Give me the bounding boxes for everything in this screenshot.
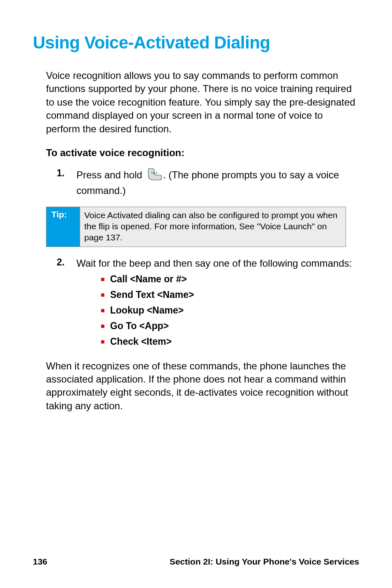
talk-key-icon: TALK bbox=[146, 168, 162, 184]
page-number: 136 bbox=[33, 557, 47, 567]
closing-paragraph: When it recognizes one of these commands… bbox=[46, 360, 359, 413]
step-2: 2. Wait for the beep and then say one of… bbox=[57, 257, 359, 350]
intro-paragraph: Voice recognition allows you to say comm… bbox=[46, 69, 359, 136]
step-1-text-before: Press and hold bbox=[76, 169, 145, 180]
command-item: Call <Name or #> bbox=[101, 272, 352, 287]
step-1-number: 1. bbox=[57, 168, 76, 198]
tip-label: Tip: bbox=[46, 207, 80, 247]
step-2-text: Wait for the beep and then say one of th… bbox=[76, 258, 352, 269]
command-item: Send Text <Name> bbox=[101, 287, 352, 303]
step-1-body: Press and hold TALK . (The phone prompts… bbox=[76, 168, 359, 198]
page-footer: 136 Section 2I: Using Your Phone's Voice… bbox=[33, 557, 359, 567]
page-title: Using Voice-Activated Dialing bbox=[33, 33, 359, 53]
command-item: Check <Item> bbox=[101, 334, 352, 350]
command-item: Go To <App> bbox=[101, 318, 352, 334]
step-2-body: Wait for the beep and then say one of th… bbox=[76, 257, 352, 350]
command-list: Call <Name or #> Send Text <Name> Lookup… bbox=[101, 272, 352, 350]
section-label: Section 2I: Using Your Phone's Voice Ser… bbox=[170, 557, 359, 567]
step-1: 1. Press and hold TALK . (The phone prom… bbox=[57, 168, 359, 198]
svg-text:TALK: TALK bbox=[151, 172, 158, 174]
tip-box: Tip: Voice Activated dialing can also be… bbox=[46, 207, 346, 247]
activate-subhead: To activate voice recognition: bbox=[46, 147, 359, 159]
step-2-number: 2. bbox=[57, 257, 76, 350]
tip-text: Voice Activated dialing can also be conf… bbox=[80, 207, 346, 247]
command-item: Lookup <Name> bbox=[101, 303, 352, 318]
